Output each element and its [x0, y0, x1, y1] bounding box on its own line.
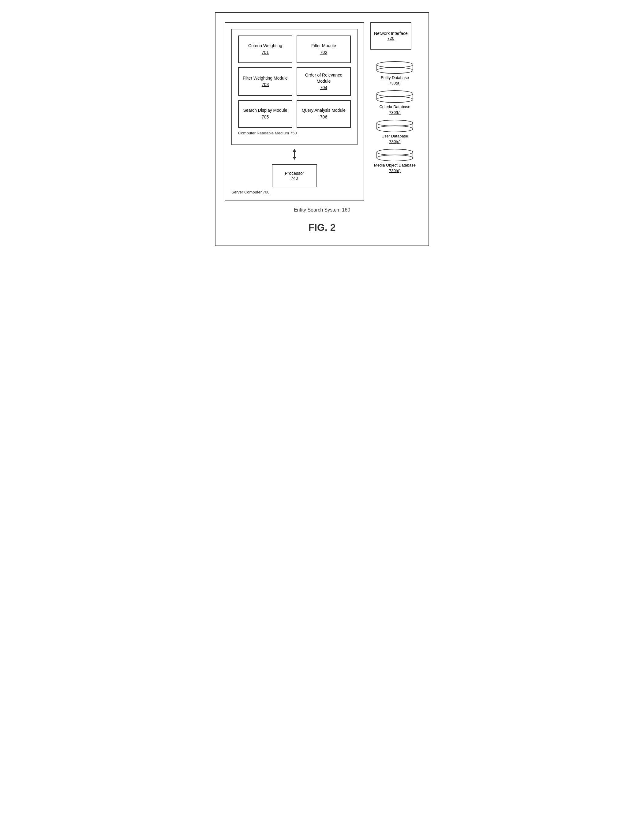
- criteria-db-label: Criteria Database 730(b): [379, 104, 410, 115]
- search-display-label: Search Display Module: [243, 107, 287, 113]
- query-analysis-number: 706: [320, 114, 327, 120]
- server-number: 700: [263, 190, 270, 195]
- query-analysis-box: Query Analysis Module 706: [297, 100, 351, 128]
- filter-weighting-number: 703: [262, 82, 269, 88]
- right-side: Network Interface 720 Entity Database 73…: [370, 22, 419, 178]
- entity-db-bottom: [376, 67, 413, 74]
- server-computer-label: Server Computer 700: [232, 190, 357, 195]
- processor-label: Processor: [285, 171, 304, 176]
- criteria-db-container: Criteria Database 730(b): [370, 90, 419, 115]
- left-side: Criteria Weighting 701 Filter Module 702…: [225, 22, 364, 201]
- network-interface-row: Network Interface 720: [370, 22, 419, 56]
- criteria-weighting-number: 701: [262, 50, 269, 56]
- vertical-arrow-crm-processor: [290, 149, 299, 160]
- crm-number: 750: [290, 131, 297, 135]
- order-relevance-box: Order of Relevance Module 704: [297, 67, 351, 96]
- search-display-box: Search Display Module 705: [238, 100, 292, 128]
- user-db-container: User Database 730(c): [370, 120, 419, 144]
- filter-module-box: Filter Module 702: [297, 35, 351, 63]
- network-interface-box: Network Interface 720: [370, 22, 411, 50]
- entity-db-container: Entity Database 730(a): [370, 61, 419, 86]
- processor-box: Processor 740: [272, 164, 317, 187]
- criteria-weighting-label: Criteria Weighting: [248, 43, 282, 49]
- processor-number: 740: [291, 176, 298, 181]
- entity-db-label: Entity Database 730(a): [381, 75, 409, 86]
- media-db-container: Media Object Database 730(d): [370, 149, 419, 173]
- filter-weighting-box: Filter Weighting Module 703: [238, 67, 292, 96]
- media-db-label: Media Object Database 730(d): [374, 162, 416, 173]
- arrow-head-down: [293, 157, 296, 160]
- filter-module-label: Filter Module: [311, 43, 336, 49]
- search-display-number: 705: [262, 114, 269, 120]
- arrow-line: [294, 152, 295, 157]
- order-relevance-number: 704: [320, 85, 327, 91]
- media-db-bottom: [376, 155, 413, 161]
- order-relevance-label: Order of Relevance Module: [300, 72, 347, 84]
- network-interface-label: Network Interface: [374, 31, 408, 36]
- caption-text: Entity Search System: [294, 207, 341, 212]
- criteria-db-bottom: [376, 96, 413, 103]
- entity-db-cylinder: [376, 61, 413, 74]
- diagram-main: Criteria Weighting 701 Filter Module 702…: [225, 22, 419, 201]
- media-db-cylinder: [376, 149, 413, 161]
- user-db-label: User Database 730(c): [382, 133, 408, 144]
- page-container: Criteria Weighting 701 Filter Module 702…: [215, 12, 429, 246]
- crm-label: Computer Readable Medium 750: [238, 131, 351, 135]
- arrow-head-up: [293, 149, 296, 152]
- filter-weighting-label: Filter Weighting Module: [243, 75, 288, 81]
- network-interface-number: 720: [387, 36, 394, 41]
- processor-section: Processor 740: [232, 164, 357, 187]
- caption: Entity Search System 160: [225, 207, 419, 213]
- user-db-bottom: [376, 126, 413, 132]
- criteria-db-cylinder: [376, 90, 413, 103]
- module-grid: Criteria Weighting 701 Filter Module 702…: [238, 35, 351, 128]
- server-computer-box: Criteria Weighting 701 Filter Module 702…: [225, 22, 364, 201]
- criteria-weighting-box: Criteria Weighting 701: [238, 35, 292, 63]
- filter-module-number: 702: [320, 50, 327, 56]
- user-db-cylinder: [376, 120, 413, 132]
- crm-box: Criteria Weighting 701 Filter Module 702…: [232, 29, 357, 145]
- diagram-wrapper: Criteria Weighting 701 Filter Module 702…: [225, 22, 419, 201]
- query-analysis-label: Query Analysis Module: [302, 107, 346, 113]
- caption-number: 160: [342, 207, 350, 212]
- fig-label: FIG. 2: [225, 222, 419, 233]
